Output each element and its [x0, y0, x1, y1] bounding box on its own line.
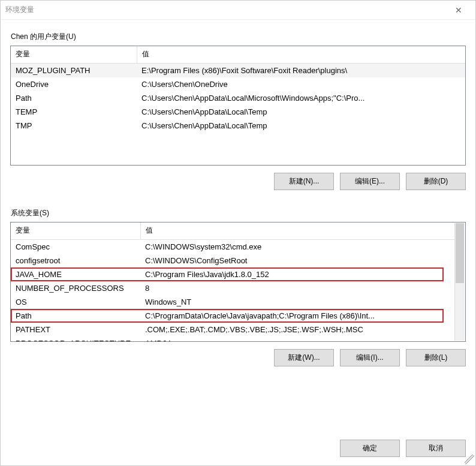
sys-col-value[interactable]: 值 — [140, 223, 455, 240]
resize-grip-icon[interactable] — [465, 455, 474, 464]
table-row[interactable]: TMPC:\Users\Chen\AppData\Local\Temp — [11, 119, 465, 133]
scrollbar[interactable] — [454, 223, 465, 341]
sys-vars-table[interactable]: 变量 值 ComSpecC:\WINDOWS\system32\cmd.exe … — [10, 222, 466, 342]
titlebar[interactable]: 环境变量 ✕ — [1, 1, 475, 20]
cancel-button[interactable]: 取消 — [406, 440, 466, 457]
table-row[interactable]: PROCESSOR_ARCHITECTUREAMD64 — [11, 336, 455, 342]
window-title: 环境变量 — [5, 5, 34, 15]
sys-col-variable[interactable]: 变量 — [11, 223, 140, 240]
user-del-button[interactable]: 删除(D) — [406, 173, 466, 190]
env-vars-dialog: 环境变量 ✕ Chen 的用户变量(U) 变量 值 — [0, 0, 476, 466]
sys-new-button[interactable]: 新建(W)... — [274, 349, 334, 366]
table-row[interactable]: OneDriveC:\Users\Chen\OneDrive — [11, 77, 465, 91]
table-row[interactable]: OSWindows_NT — [11, 295, 455, 309]
user-vars-group: Chen 的用户变量(U) 变量 值 MOZ_PLUGIN_PATHE:\Pro… — [10, 32, 466, 190]
user-vars-label: Chen 的用户变量(U) — [10, 32, 466, 42]
table-row[interactable]: ComSpecC:\WINDOWS\system32\cmd.exe — [11, 240, 455, 254]
table-row[interactable]: MOZ_PLUGIN_PATHE:\Program Files (x86)\Fo… — [11, 64, 465, 78]
close-icon[interactable]: ✕ — [447, 3, 471, 17]
table-row[interactable]: PathC:\Users\Chen\AppData\Local\Microsof… — [11, 91, 465, 105]
user-col-variable[interactable]: 变量 — [11, 46, 137, 64]
user-edit-button[interactable]: 编辑(E)... — [340, 173, 400, 190]
sys-del-button[interactable]: 删除(L) — [406, 349, 466, 366]
user-new-button[interactable]: 新建(N)... — [274, 173, 334, 190]
ok-button[interactable]: 确定 — [340, 440, 400, 457]
table-row[interactable]: PATHEXT.COM;.EXE;.BAT;.CMD;.VBS;.VBE;.JS… — [11, 323, 455, 336]
scroll-thumb[interactable] — [456, 223, 464, 283]
sys-vars-group: 系统变量(S) 变量 值 ComSpecC:\WINDOWS\system32\… — [10, 208, 466, 366]
table-row[interactable]: TEMPC:\Users\Chen\AppData\Local\Temp — [11, 105, 465, 119]
table-row[interactable]: NUMBER_OF_PROCESSORS8 — [11, 281, 455, 295]
sys-edit-button[interactable]: 编辑(I)... — [340, 349, 400, 366]
table-row[interactable]: PathC:\ProgramData\Oracle\Java\javapath;… — [11, 309, 455, 323]
dialog-footer: 确定 取消 — [1, 431, 475, 465]
sys-vars-label: 系统变量(S) — [10, 208, 466, 218]
user-vars-table[interactable]: 变量 值 MOZ_PLUGIN_PATHE:\Program Files (x8… — [10, 46, 466, 166]
user-col-value[interactable]: 值 — [137, 46, 465, 64]
table-row[interactable]: JAVA_HOMEC:\Program Files\Java\jdk1.8.0_… — [11, 267, 455, 281]
table-row[interactable]: configsetrootC:\WINDOWS\ConfigSetRoot — [11, 254, 455, 267]
